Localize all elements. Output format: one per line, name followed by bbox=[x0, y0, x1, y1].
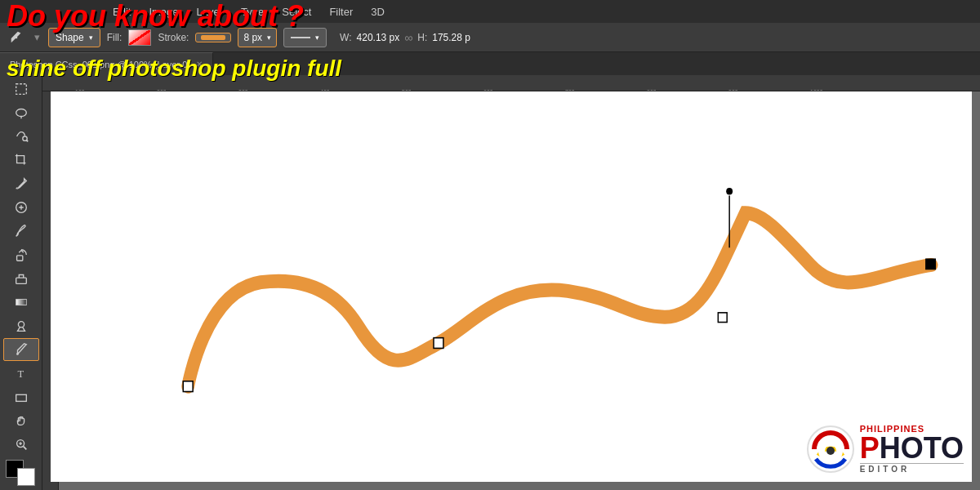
shape-chevron-icon: ▾ bbox=[89, 33, 93, 42]
logo-p-letter: P bbox=[860, 434, 880, 463]
shape-label: Shape bbox=[56, 32, 84, 43]
svg-point-22 bbox=[726, 188, 733, 194]
svg-line-5 bbox=[26, 140, 28, 142]
logo-photo-row: P HOTO bbox=[860, 434, 964, 463]
stroke-style-picker[interactable] bbox=[195, 33, 231, 42]
heal-tool[interactable] bbox=[3, 197, 39, 219]
eyedropper-tool[interactable] bbox=[3, 173, 39, 195]
quick-selection-tool[interactable] bbox=[3, 126, 39, 148]
crop-tool[interactable] bbox=[3, 149, 39, 172]
svg-rect-9 bbox=[16, 299, 26, 305]
philippines-photo-editor-logo: PHILIPPINES P HOTO EDITOR bbox=[806, 424, 964, 474]
logo-circle-graphic bbox=[806, 425, 855, 474]
overlay-subtitle: shine off photoshop plugin full bbox=[0, 54, 348, 83]
background-color[interactable] bbox=[17, 468, 35, 486]
main-area: T 100 200 300 400 500 60 bbox=[0, 75, 980, 490]
menu-filter[interactable]: Filter bbox=[321, 4, 361, 20]
overlay-title: Do you know about ? bbox=[0, 0, 310, 33]
dodge-tool[interactable] bbox=[3, 315, 39, 337]
eraser-tool[interactable] bbox=[3, 268, 39, 290]
svg-point-2 bbox=[16, 109, 26, 117]
hand-tool[interactable] bbox=[3, 409, 39, 431]
stroke-label: Stroke: bbox=[158, 32, 189, 43]
svg-line-15 bbox=[23, 447, 26, 450]
svg-rect-19 bbox=[434, 338, 443, 349]
svg-rect-23 bbox=[926, 259, 936, 270]
gradient-tool[interactable] bbox=[3, 292, 39, 314]
sidebar: T bbox=[0, 75, 42, 490]
w-label: W: bbox=[340, 32, 351, 43]
logo-editor-text: EDITOR bbox=[860, 463, 964, 474]
line-style-preview bbox=[291, 37, 310, 38]
menu-3d[interactable]: 3D bbox=[363, 4, 393, 20]
svg-point-10 bbox=[18, 322, 24, 327]
svg-text:T: T bbox=[17, 368, 24, 380]
zoom-tool[interactable] bbox=[3, 433, 39, 455]
shape-tool[interactable] bbox=[3, 385, 39, 408]
lasso-tool[interactable] bbox=[3, 102, 39, 124]
svg-rect-18 bbox=[183, 381, 193, 392]
svg-point-11 bbox=[16, 353, 19, 355]
menu-bar: Do you know about ? Edit Image Layer Typ… bbox=[0, 0, 980, 23]
color-swatches[interactable] bbox=[6, 460, 37, 487]
type-tool[interactable]: T bbox=[3, 363, 39, 385]
logo-hoto-letters: HOTO bbox=[880, 434, 964, 463]
line-chevron-icon: ▾ bbox=[315, 33, 319, 42]
svg-rect-8 bbox=[16, 278, 26, 283]
clone-stamp-tool[interactable] bbox=[3, 244, 39, 266]
svg-rect-20 bbox=[718, 313, 727, 323]
fill-label: Fill: bbox=[107, 32, 122, 43]
svg-point-26 bbox=[826, 447, 835, 455]
stroke-line-preview bbox=[201, 35, 225, 40]
svg-point-0 bbox=[16, 36, 18, 38]
svg-rect-13 bbox=[16, 394, 26, 401]
px-chevron-icon: ▾ bbox=[267, 33, 271, 42]
svg-rect-1 bbox=[16, 84, 26, 95]
canvas-document: PHILIPPINES P HOTO EDITOR bbox=[51, 91, 972, 482]
link-icon[interactable]: ∞ bbox=[404, 31, 412, 44]
chevron-dropdown[interactable]: ▾ bbox=[34, 31, 40, 43]
logo-text: PHILIPPINES P HOTO EDITOR bbox=[860, 424, 964, 474]
w-value: 420.13 px bbox=[357, 32, 400, 43]
pen-tool[interactable] bbox=[3, 338, 39, 360]
h-label: H: bbox=[417, 32, 427, 43]
px-value: 8 px bbox=[243, 32, 262, 43]
svg-rect-7 bbox=[16, 256, 22, 261]
h-value: 175.28 p bbox=[432, 32, 470, 43]
brush-tool[interactable] bbox=[3, 220, 39, 243]
dimension-section: W: 420.13 px ∞ H: 175.28 p bbox=[340, 31, 470, 44]
canvas-area: 100 200 300 400 500 600 700 800 900 1000 bbox=[42, 75, 980, 490]
